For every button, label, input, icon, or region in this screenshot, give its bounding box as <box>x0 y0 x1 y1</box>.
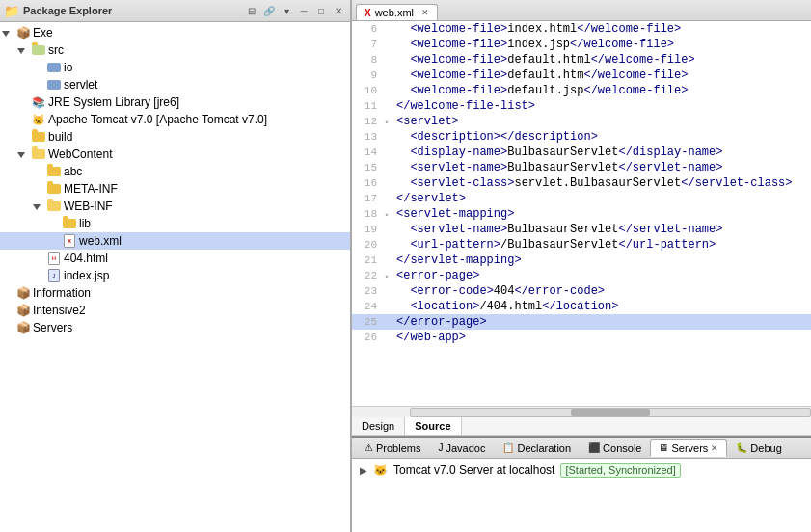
tree-item-404html[interactable]: H404.html <box>0 250 350 267</box>
console-icon: ⬛ <box>588 442 600 453</box>
line-content-24: <location>/404.html</location> <box>396 300 807 313</box>
tree-item-build[interactable]: build <box>0 128 350 146</box>
tree-label-webxml: web.xml <box>79 234 122 248</box>
tree-item-webxml[interactable]: Xweb.xml <box>0 232 350 250</box>
tree-item-webcontent[interactable]: WebContent <box>0 146 350 163</box>
tree-icon-web-inf <box>46 199 62 214</box>
line-20[interactable]: 20 <url-pattern>/BulbasaurServlet</url-p… <box>352 237 811 253</box>
line-26[interactable]: 26</web-app> <box>352 330 811 345</box>
bottom-panel-tabs: ⚠ ProblemsJ Javadoc📋 Declaration⬛ Consol… <box>352 438 811 459</box>
line-7[interactable]: 7 <welcome-file>index.jsp</welcome-file> <box>352 37 811 52</box>
bottom-tab-declaration[interactable]: 📋 Declaration <box>494 439 580 457</box>
tree-item-tomcat[interactable]: 🐱Apache Tomcat v7.0 [Apache Tomcat v7.0] <box>0 111 350 128</box>
bottom-tab-debug[interactable]: 🐛 Debug <box>727 439 790 457</box>
line-21[interactable]: 21</servlet-mapping> <box>352 253 811 268</box>
tree-item-intensive2[interactable]: 📦Intensive2 <box>0 302 350 319</box>
line-content-15: <servlet-name>BulbasaurServlet</servlet-… <box>396 161 807 174</box>
tree-arrow-webcontent[interactable] <box>17 147 29 161</box>
line-10[interactable]: 10 <welcome-file>default.jsp</welcome-fi… <box>352 83 811 98</box>
view-menu-icon[interactable]: ▾ <box>279 3 294 18</box>
scrollbar-thumb[interactable] <box>571 409 651 416</box>
line-24[interactable]: 24 <location>/404.html</location> <box>352 299 811 314</box>
line-content-26: </web-app> <box>396 331 807 344</box>
editor-tab-webxml[interactable]: X web.xml ✕ <box>356 4 438 20</box>
bottom-tab-console[interactable]: ⬛ Console <box>580 439 650 457</box>
line-number-25: 25 <box>356 316 385 328</box>
line-8[interactable]: 8 <welcome-file>default.html</welcome-fi… <box>352 52 811 67</box>
tree-item-meta-inf[interactable]: META-INF <box>0 180 350 198</box>
line-content-10: <welcome-file>default.jsp</welcome-file> <box>396 84 807 97</box>
tree-item-servers[interactable]: 📦Servers <box>0 319 350 336</box>
server-play-button[interactable]: ▶ <box>360 466 367 476</box>
tree-item-web-inf[interactable]: WEB-INF <box>0 198 350 215</box>
line-number-8: 8 <box>356 54 385 66</box>
line-number-17: 17 <box>356 193 385 204</box>
bottom-tab-servers[interactable]: 🖥 Servers ✕ <box>650 439 727 457</box>
design-tab[interactable]: Design <box>352 417 405 435</box>
bottom-tab-label-problems: Problems <box>376 442 420 454</box>
tree-item-abc[interactable]: abc <box>0 163 350 180</box>
editor-area: X web.xml ✕ 6 <welcome-file>index.html</… <box>352 0 811 436</box>
bottom-tab-problems[interactable]: ⚠ Problems <box>356 439 429 457</box>
line-content-14: <display-name>BulbasaurServlet</display-… <box>396 146 807 159</box>
tree-item-exe[interactable]: 📦Exe <box>0 24 350 41</box>
tree-item-jre[interactable]: 📚JRE System Library [jre6] <box>0 93 350 111</box>
package-explorer-title: Package Explorer <box>23 5 240 16</box>
tree-label-indexjsp: index.jsp <box>64 269 109 282</box>
maximize-icon[interactable]: □ <box>313 3 329 18</box>
tree-arrow-web-inf[interactable] <box>33 200 44 213</box>
bottom-tab-javadoc[interactable]: J Javadoc <box>429 439 494 457</box>
editor-scrollbar-track[interactable] <box>352 406 811 417</box>
line-11[interactable]: 11</welcome-file-list> <box>352 98 811 114</box>
tree-label-io: io <box>64 61 72 74</box>
line-18[interactable]: 18▸<servlet-mapping> <box>352 206 811 222</box>
line-12[interactable]: 12▸<servlet> <box>352 114 811 129</box>
tree-label-tomcat: Apache Tomcat v7.0 [Apache Tomcat v7.0] <box>48 113 267 126</box>
bottom-tab-label-javadoc: Javadoc <box>446 442 485 454</box>
tree-arrow-exe[interactable] <box>2 26 14 40</box>
tree-item-io[interactable]: io <box>0 59 350 76</box>
tree-item-servlet[interactable]: servlet <box>0 76 350 93</box>
line-17[interactable]: 17</servlet> <box>352 191 811 206</box>
bottom-tab-close-servers[interactable]: ✕ <box>711 443 718 453</box>
minimize-icon[interactable]: ─ <box>296 3 311 18</box>
server-row[interactable]: ▶ 🐱 Tomcat v7.0 Server at localhost [Sta… <box>352 459 811 482</box>
tree-arrow-src[interactable] <box>17 43 29 57</box>
tree-label-build: build <box>48 130 72 144</box>
close-icon[interactable]: ✕ <box>331 3 346 18</box>
line-9[interactable]: 9 <welcome-file>default.htm</welcome-fil… <box>352 67 811 83</box>
tree-item-src[interactable]: src <box>0 41 350 59</box>
tree-label-lib: lib <box>79 217 91 230</box>
line-number-12: 12 <box>356 116 385 127</box>
line-14[interactable]: 14 <display-name>BulbasaurServlet</displ… <box>352 145 811 160</box>
tree-icon-meta-inf <box>46 181 62 197</box>
tree-label-intensive2: Intensive2 <box>33 304 86 317</box>
line-number-24: 24 <box>356 301 385 312</box>
line-25[interactable]: 25</error-page> <box>352 314 811 330</box>
link-with-editor-icon[interactable]: 🔗 <box>261 3 277 18</box>
tree-item-lib[interactable]: lib <box>0 215 350 232</box>
problems-icon: ⚠ <box>365 442 373 453</box>
left-side: 📁 Package Explorer ⊟ 🔗 ▾ ─ □ ✕ 📦Exesrcio… <box>0 0 352 532</box>
line-content-21: </servlet-mapping> <box>396 253 807 267</box>
line-23[interactable]: 23 <error-code>404</error-code> <box>352 283 811 299</box>
tree-item-indexjsp[interactable]: Jindex.jsp <box>0 267 350 284</box>
collapse-all-icon[interactable]: ⊟ <box>244 3 259 18</box>
line-22[interactable]: 22▸<error-page> <box>352 268 811 283</box>
editor-tab-close[interactable]: ✕ <box>421 8 429 17</box>
line-13[interactable]: 13 <description></description> <box>352 129 811 145</box>
editor-content[interactable]: 6 <welcome-file>index.html</welcome-file… <box>352 21 811 406</box>
server-list: ▶ 🐱 Tomcat v7.0 Server at localhost [Sta… <box>352 459 811 532</box>
line-19[interactable]: 19 <servlet-name>BulbasaurServlet</servl… <box>352 222 811 237</box>
line-6[interactable]: 6 <welcome-file>index.html</welcome-file… <box>352 21 811 37</box>
server-tomcat-icon: 🐱 <box>373 464 388 477</box>
line-15[interactable]: 15 <servlet-name>BulbasaurServlet</servl… <box>352 160 811 175</box>
package-explorer-tree[interactable]: 📦Exesrcioservlet📚JRE System Library [jre… <box>0 22 350 532</box>
right-side: X web.xml ✕ 6 <welcome-file>index.html</… <box>352 0 811 532</box>
line-16[interactable]: 16 <servlet-class>servlet.BulbasaurServl… <box>352 175 811 191</box>
editor-scrollbar[interactable] <box>410 408 811 417</box>
source-tab[interactable]: Source <box>405 417 461 435</box>
tree-item-information[interactable]: 📦Information <box>0 284 350 302</box>
debug-icon: 🐛 <box>736 442 747 453</box>
bottom-tab-label-servers: Servers <box>671 442 708 454</box>
